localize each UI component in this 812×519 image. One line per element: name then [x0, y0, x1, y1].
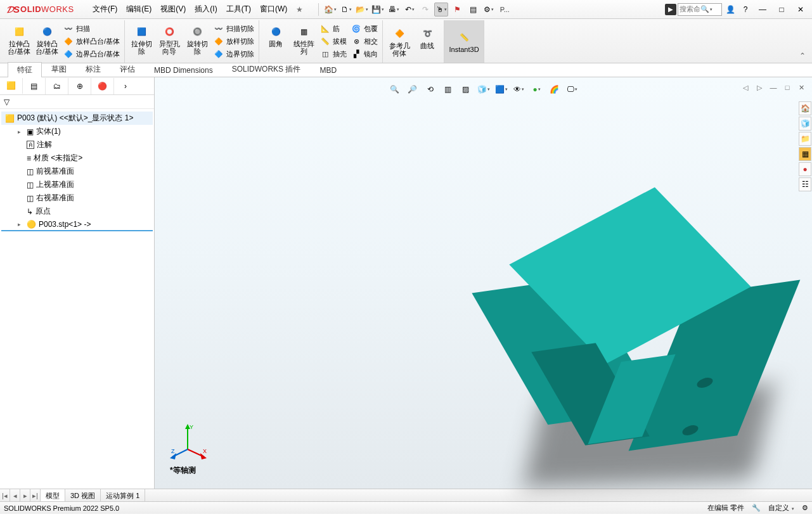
redo-icon[interactable]: ↷ — [418, 3, 432, 16]
prev-view-icon[interactable]: ⟲ — [423, 82, 437, 96]
menu-file[interactable]: 文件(F) — [89, 2, 121, 16]
curves-button[interactable]: ➰曲线 — [413, 25, 441, 58]
status-rebuild-icon[interactable]: 🔧 — [752, 504, 761, 512]
zoom-fit-icon[interactable]: 🔍 — [388, 82, 402, 96]
tp-custom-icon[interactable]: ☷ — [799, 177, 811, 191]
display-tab[interactable]: 🔴 — [91, 78, 114, 94]
bt-last-icon[interactable]: ▸| — [30, 489, 41, 501]
scene-icon[interactable]: 🌈 — [548, 82, 562, 96]
options-icon[interactable]: ⚙▾ — [482, 3, 496, 16]
rib-button[interactable]: 📐筋 — [318, 23, 349, 35]
tab-annotations[interactable]: 标注 — [76, 61, 110, 77]
intersect-button[interactable]: ⊗相交 — [349, 35, 380, 48]
zoom-area-icon[interactable]: 🔎 — [406, 82, 420, 96]
dyn-section-icon[interactable]: ▨ — [459, 82, 473, 96]
mdi-min-icon[interactable]: — — [768, 82, 779, 93]
menu-star[interactable]: ★ — [292, 3, 307, 16]
linear-pattern-button[interactable]: ▦线性阵列 — [290, 23, 318, 61]
minimize-icon[interactable]: — — [754, 3, 771, 16]
tree-annotations[interactable]: 🄰注解 — [1, 138, 153, 151]
undo-icon[interactable]: ↶▾ — [403, 3, 416, 16]
more-tab[interactable]: › — [114, 78, 137, 94]
tree-imported[interactable]: ▸🟡P003.stp<1> -> — [1, 218, 153, 231]
cut-extrude-button[interactable]: 🟦拉伸切除 — [127, 23, 155, 61]
property-tab[interactable]: ▤ — [23, 78, 46, 94]
tree-right-plane[interactable]: ◫右视基准面 — [1, 191, 153, 205]
tab-features[interactable]: 特征 — [8, 62, 42, 77]
bt-next-icon[interactable]: ▸ — [20, 489, 30, 501]
mirror-button[interactable]: ▞镜向 — [349, 48, 380, 61]
hole-wizard-button[interactable]: ⭕异型孔向导 — [155, 23, 183, 61]
new-icon[interactable]: 🗋▾ — [339, 3, 353, 16]
close-icon[interactable]: ✕ — [792, 3, 809, 16]
tp-view-pal-icon[interactable]: ▦ — [799, 147, 811, 161]
view-settings-icon[interactable]: 🖵▾ — [565, 82, 579, 96]
tree-front-plane[interactable]: ◫前视基准面 — [1, 165, 153, 178]
cut-loft-button[interactable]: 🔶放样切除 — [211, 35, 256, 48]
tab-mbd-dim[interactable]: MBD Dimensions — [145, 63, 222, 77]
bottom-tab-motion[interactable]: 运动算例 1 — [101, 489, 145, 501]
rebuild-icon[interactable]: ⚑ — [450, 3, 464, 16]
tab-mbd[interactable]: MBD — [310, 63, 346, 77]
tp-resources-icon[interactable]: 🧊 — [799, 117, 811, 131]
file-props-icon[interactable]: ▤ — [466, 3, 480, 16]
p-label[interactable]: P... — [498, 3, 512, 16]
extrude-boss-button[interactable]: 🟨拉伸凸台/基体 — [5, 23, 33, 61]
status-gear-icon[interactable]: ⚙ — [802, 504, 808, 512]
print-icon[interactable]: 🖶▾ — [387, 3, 401, 16]
draft-button[interactable]: 📏拔模 — [318, 35, 349, 48]
fillet-button[interactable]: 🔵圆角 — [262, 23, 290, 61]
select-icon[interactable]: 🖱▾ — [434, 3, 448, 16]
bottom-tab-3dview[interactable]: 3D 视图 — [65, 489, 101, 501]
bt-prev-icon[interactable]: ◂ — [10, 489, 20, 501]
shell-button[interactable]: ◫抽壳 — [318, 48, 349, 61]
tree-solid-bodies[interactable]: ▸▣实体(1) — [1, 125, 153, 138]
open-icon[interactable]: 📂▾ — [355, 3, 369, 16]
feature-tree-tab[interactable]: 🟨 — [0, 78, 23, 94]
tab-addins[interactable]: SOLIDWORKS 插件 — [222, 61, 311, 77]
bt-first-icon[interactable]: |◂ — [0, 489, 10, 501]
mdi-next-icon[interactable]: ▷ — [754, 82, 765, 93]
tab-sketch[interactable]: 草图 — [42, 61, 76, 77]
config-tab[interactable]: 🗂 — [46, 78, 68, 94]
status-custom[interactable]: 自定义 ▾ — [768, 503, 794, 513]
revolve-boss-button[interactable]: 🔵旋转凸台/基体 — [33, 23, 61, 61]
cut-sweep-button[interactable]: 〰️扫描切除 — [211, 23, 256, 35]
mdi-max-icon[interactable]: □ — [782, 82, 793, 93]
mdi-prev-icon[interactable]: ◁ — [740, 82, 751, 93]
tree-origin[interactable]: ↳原点 — [1, 205, 153, 218]
save-icon[interactable]: 💾▾ — [371, 3, 385, 16]
tree-root[interactable]: 🟨 P003 (默认) <<默认>_显示状态 1> — [1, 112, 153, 125]
menu-insert[interactable]: 插入(I) — [191, 2, 221, 16]
orientation-triad[interactable]: Y X Z — [170, 423, 208, 461]
dimxpert-tab[interactable]: ⊕ — [68, 78, 91, 94]
ribbon-collapse-icon[interactable]: ⌃ — [799, 51, 806, 60]
menu-edit[interactable]: 编辑(E) — [122, 2, 155, 16]
menu-view[interactable]: 视图(V) — [157, 2, 190, 16]
view-orient-icon[interactable]: 🧊▾ — [477, 82, 491, 96]
tree-filter[interactable]: ▽ — [0, 95, 154, 109]
menu-window[interactable]: 窗口(W) — [256, 2, 291, 16]
tab-evaluate[interactable]: 评估 — [110, 61, 145, 77]
display-style-icon[interactable]: 🟦▾ — [494, 82, 508, 96]
cut-revolve-button[interactable]: 🔘旋转切除 — [183, 23, 211, 61]
tree-top-plane[interactable]: ◫上视基准面 — [1, 178, 153, 191]
ref-geometry-button[interactable]: 🔶参考几何体 — [385, 25, 413, 58]
sweep-button[interactable]: 〰️扫描 — [61, 23, 122, 35]
home-icon[interactable]: 🏠▾ — [323, 3, 337, 16]
help-icon[interactable]: ? — [738, 3, 752, 16]
bottom-tab-model[interactable]: 模型 — [41, 489, 65, 501]
tree-material[interactable]: ≡材质 <未指定> — [1, 151, 153, 165]
tp-home-icon[interactable]: 🏠 — [799, 101, 811, 115]
boundary-button[interactable]: 🔷边界凸台/基体 — [61, 48, 122, 61]
search-input[interactable]: 搜索命🔍▾ — [678, 3, 722, 16]
cut-boundary-button[interactable]: 🔷边界切除 — [211, 48, 256, 61]
mdi-close-icon[interactable]: ✕ — [796, 82, 807, 93]
tp-appearances-icon[interactable]: ● — [799, 162, 811, 176]
tp-library-icon[interactable]: 📁 — [799, 132, 811, 146]
appearance-icon[interactable]: ●▾ — [530, 82, 544, 96]
loft-button[interactable]: 🔶放样凸台/基体 — [61, 35, 122, 48]
graphics-viewport[interactable]: 🔍 🔎 ⟲ ▥ ▨ 🧊▾ 🟦▾ 👁▾ ●▾ 🌈 🖵▾ ◁ ▷ — □ ✕ 🏠 🧊… — [155, 77, 812, 489]
menu-tools[interactable]: 工具(T) — [222, 2, 255, 16]
section-view-icon[interactable]: ▥ — [441, 82, 455, 96]
